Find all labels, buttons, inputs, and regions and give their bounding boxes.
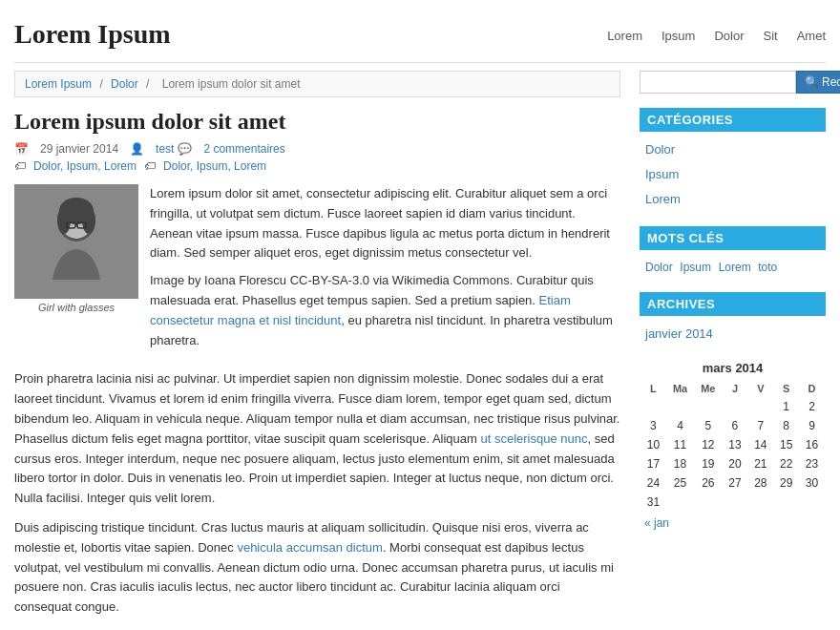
cal-cell: 8 <box>774 417 798 434</box>
cal-header-ma: Ma <box>667 381 693 396</box>
breadcrumb-sep2: / <box>146 77 153 91</box>
category-icon: 🏷 <box>14 159 26 173</box>
nav-dolor[interactable]: Dolor <box>714 29 744 43</box>
cal-cell <box>695 494 721 511</box>
cal-cell <box>748 494 772 511</box>
image-caption: Girl with glasses <box>14 302 138 313</box>
category-dolor-link[interactable]: Dolor <box>645 142 675 157</box>
article-image-block: Girl with glasses <box>14 184 138 358</box>
article-comments[interactable]: 2 commentaires <box>203 142 284 156</box>
article-intro: Girl with glasses Lorem ipsum dolor sit … <box>14 184 620 358</box>
link-scelerisque[interactable]: ut scelerisque nunc <box>480 431 587 446</box>
site-title: Lorem Ipsum <box>14 19 171 50</box>
cal-cell: 9 <box>800 417 824 434</box>
cal-cell: 30 <box>800 474 824 492</box>
tag-icon: 🏷 <box>144 159 156 173</box>
cal-cell: 11 <box>667 436 693 453</box>
cal-row-1: 1 2 <box>641 398 824 415</box>
cal-cell: 19 <box>695 455 721 472</box>
cal-cell: 31 <box>641 494 665 511</box>
cal-cell: 16 <box>800 436 824 453</box>
calendar-header-row: L Ma Me J V S D <box>641 381 824 396</box>
cal-cell: 28 <box>748 474 772 492</box>
cal-cell: 3 <box>641 417 665 434</box>
cal-cell: 6 <box>724 417 747 434</box>
cal-cell <box>667 398 693 415</box>
cal-header-s: S <box>774 381 798 396</box>
search-button-label: Recherche <box>822 75 840 89</box>
breadcrumb-dolor[interactable]: Dolor <box>111 77 138 91</box>
article-text-intro: Lorem ipsum dolor sit amet, consectetur … <box>150 184 620 358</box>
categories-heading: CATÉGORIES <box>640 108 826 132</box>
cal-cell <box>641 398 665 415</box>
categories-list: Dolor Ipsum Lorem <box>640 137 826 212</box>
cal-cell: 10 <box>641 436 665 453</box>
cal-cell <box>774 494 798 511</box>
article-date: 29 janvier 2014 <box>40 142 118 156</box>
cal-cell <box>724 494 747 511</box>
cal-header-me: Me <box>695 381 721 396</box>
cal-cell: 27 <box>724 474 747 492</box>
archive-jan2014: janvier 2014 <box>645 322 826 346</box>
cal-cell: 22 <box>774 455 798 472</box>
link-vehicula[interactable]: vehicula accumsan dictum <box>237 540 382 555</box>
tags-heading: MOTS CLÉS <box>640 226 826 250</box>
cal-header-v: V <box>748 381 772 396</box>
tag-ipsum[interactable]: Ipsum <box>680 261 711 274</box>
nav-ipsum[interactable]: Ipsum <box>662 29 695 43</box>
cal-cell: 13 <box>724 436 747 453</box>
nav-lorem[interactable]: Lorem <box>607 29 642 43</box>
tag-toto[interactable]: toto <box>758 261 777 274</box>
archives-heading: ARCHIVES <box>640 292 826 316</box>
cal-row-3: 10 11 12 13 14 15 16 <box>641 436 824 453</box>
breadcrumb-home[interactable]: Lorem Ipsum <box>25 77 92 91</box>
cal-cell <box>800 494 824 511</box>
cal-cell <box>695 398 721 415</box>
article-tags[interactable]: Dolor, Ipsum, Lorem <box>163 159 266 173</box>
cal-cell: 18 <box>667 455 693 472</box>
nav-amet[interactable]: Amet <box>797 29 826 43</box>
category-dolor: Dolor <box>645 137 826 162</box>
search-icon: 🔍 <box>805 75 819 89</box>
cal-cell: 2 <box>800 398 824 415</box>
main-nav: Lorem Ipsum Dolor Sit Amet <box>607 29 826 43</box>
tag-dolor[interactable]: Dolor <box>645 261 673 274</box>
archives-section: ARCHIVES janvier 2014 <box>640 292 826 346</box>
article-para-2: Image by Ioana Florescu CC-BY-SA-3.0 via… <box>150 271 620 350</box>
tags-section: MOTS CLÉS Dolor Ipsum Lorem toto <box>640 226 826 278</box>
calendar-section: mars 2014 L Ma Me J V S D <box>640 361 826 534</box>
cal-cell: 7 <box>748 417 772 434</box>
archive-jan2014-link[interactable]: janvier 2014 <box>645 326 713 341</box>
article-categories[interactable]: Dolor, Ipsum, Lorem <box>33 159 136 173</box>
nav-sit[interactable]: Sit <box>763 29 777 43</box>
article-image <box>14 184 138 299</box>
tags-list: Dolor Ipsum Lorem toto <box>640 256 826 278</box>
calendar-icon: 📅 <box>14 142 29 156</box>
category-lorem: Lorem <box>645 187 826 212</box>
category-ipsum: Ipsum <box>645 162 826 187</box>
person-icon: 👤 <box>130 142 144 156</box>
main-content: Lorem Ipsum / Dolor / Lorem ipsum dolor … <box>14 71 620 630</box>
cal-cell <box>724 398 747 415</box>
cal-row-4: 17 18 19 20 21 22 23 <box>641 455 824 472</box>
search-input[interactable] <box>640 71 796 94</box>
categories-section: CATÉGORIES Dolor Ipsum Lorem <box>640 108 826 212</box>
article-author[interactable]: test <box>156 142 174 156</box>
category-lorem-link[interactable]: Lorem <box>645 192 681 206</box>
article-meta-row1: 📅 29 janvier 2014 👤 test 💬 2 commentaire… <box>14 142 620 156</box>
cal-cell: 23 <box>800 455 824 472</box>
tag-lorem[interactable]: Lorem <box>719 261 751 274</box>
cal-cell: 1 <box>774 398 798 415</box>
cal-cell <box>748 398 772 415</box>
cal-header-d: D <box>800 381 824 396</box>
breadcrumb-current: Lorem ipsum dolor sit amet <box>162 77 301 91</box>
calendar-prev-link[interactable]: « jan <box>644 516 669 530</box>
cal-cell: 4 <box>667 417 693 434</box>
breadcrumb-sep1: / <box>99 77 106 91</box>
cal-header-j: J <box>724 381 747 396</box>
breadcrumb: Lorem Ipsum / Dolor / Lorem ipsum dolor … <box>14 71 620 97</box>
sidebar: 🔍 Recherche CATÉGORIES Dolor Ipsum Lorem… <box>640 71 826 630</box>
category-ipsum-link[interactable]: Ipsum <box>645 167 679 181</box>
cal-cell: 14 <box>748 436 772 453</box>
search-button[interactable]: 🔍 Recherche <box>796 71 840 94</box>
